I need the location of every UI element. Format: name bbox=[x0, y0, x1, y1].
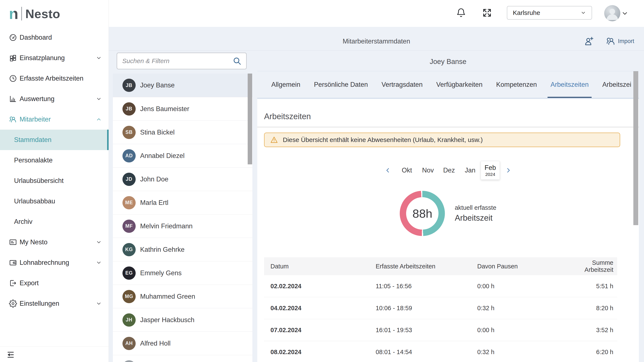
dashboard-icon bbox=[9, 34, 17, 42]
employee-list-scrollbar[interactable] bbox=[248, 74, 252, 164]
employee-list-item[interactable]: SB Stina Bickel bbox=[113, 120, 252, 144]
fullscreen-icon[interactable] bbox=[482, 8, 492, 18]
cell-summe: 5:51 h bbox=[577, 283, 617, 290]
detail-body: Arbeitszeiten Diese Übersicht enthält ke… bbox=[257, 99, 639, 362]
month-nov[interactable]: Nov bbox=[418, 160, 438, 180]
search-icon[interactable] bbox=[232, 57, 242, 65]
employee-list-item[interactable] bbox=[113, 355, 252, 362]
sidebar-subitem-urlaubsuebersicht[interactable]: Urlaubsübersicht bbox=[0, 170, 108, 191]
section-title: Arbeitszeiten bbox=[264, 112, 311, 121]
user-avatar[interactable] bbox=[604, 5, 620, 21]
employee-list-item[interactable]: AD Annabel Diezel bbox=[113, 144, 252, 167]
selected-month-label: Feb bbox=[484, 164, 496, 172]
sidebar-item-einstellungen[interactable]: Einstellungen bbox=[0, 293, 108, 314]
chevron-up-icon[interactable] bbox=[96, 116, 102, 122]
tab-allgemein[interactable]: Allgemein bbox=[271, 81, 300, 98]
cell-erfasste: 08:01 - 14:54 bbox=[369, 348, 471, 355]
employee-name: Joey Banse bbox=[140, 81, 175, 89]
sidebar-item-dashboard[interactable]: Dashboard bbox=[0, 27, 108, 48]
avatar: JB bbox=[122, 79, 136, 92]
chevron-down-icon[interactable] bbox=[96, 260, 102, 266]
chevron-down-icon[interactable] bbox=[96, 55, 102, 61]
sidebar: n Nesto Dashboard Einsatzplanung Erfasst… bbox=[0, 0, 109, 362]
cell-summe: 6:20 h bbox=[577, 348, 617, 355]
donut-chart: 88h bbox=[400, 191, 445, 236]
employee-name: Marla Ertl bbox=[140, 199, 168, 207]
sidebar-item-einsatzplanung[interactable]: Einsatzplanung bbox=[0, 48, 108, 68]
worktime-table: DatumErfasste ArbeitszeitenDavon PausenS… bbox=[264, 257, 617, 362]
column-header-erfasste-arbeitszeiten: Erfasste Arbeitszeiten bbox=[369, 263, 471, 270]
next-month-icon[interactable] bbox=[504, 160, 513, 180]
sidebar-subitem-stammdaten[interactable]: Stammdaten bbox=[0, 130, 108, 150]
month-jan[interactable]: Jan bbox=[460, 160, 481, 180]
location-select-value: Karlsruhe bbox=[513, 9, 580, 17]
tab-arbeitszeiten[interactable]: Arbeitszeiten bbox=[550, 81, 589, 98]
sidebar-subitem-urlaubsabbau[interactable]: Urlaubsabbau bbox=[0, 191, 108, 212]
employee-list-item[interactable]: MG Muhammed Green bbox=[113, 285, 252, 308]
sidebar-item-lohnabrechnung[interactable]: Lohnabrechnung bbox=[0, 252, 108, 273]
chevron-down-icon[interactable] bbox=[96, 301, 102, 307]
tab-persoenliche-daten[interactable]: Persönliche Daten bbox=[314, 81, 368, 98]
sidebar-item-export[interactable]: Export bbox=[0, 273, 108, 293]
detail-tabs: Allgemein Persönliche Daten Vertragsdate… bbox=[257, 71, 639, 98]
tab-vertragsdaten[interactable]: Vertragsdaten bbox=[382, 81, 422, 98]
employee-list-item[interactable]: KG Kathrin Gehrke bbox=[113, 238, 252, 261]
employee-name: Annabel Diezel bbox=[140, 152, 185, 160]
bell-icon[interactable] bbox=[456, 8, 466, 18]
employee-detail-title: Joey Banse bbox=[257, 58, 639, 66]
sidebar-item-my-nesto[interactable]: My Nesto bbox=[0, 232, 108, 252]
warning-text: Diese Übersicht enthält keine Abwesenhei… bbox=[283, 136, 483, 143]
employee-name: Emmely Gens bbox=[140, 269, 182, 277]
planning-icon bbox=[9, 54, 17, 62]
collapse-sidebar-icon[interactable] bbox=[6, 350, 15, 359]
tab-kompetenzen[interactable]: Kompetenzen bbox=[496, 81, 537, 98]
employee-list-item[interactable]: EG Emmely Gens bbox=[113, 261, 252, 285]
avatar: MG bbox=[122, 290, 136, 303]
chevron-down-icon[interactable] bbox=[96, 239, 102, 245]
employee-list-item[interactable]: JB Joey Banse bbox=[113, 74, 252, 97]
cell-pausen: 0:32 h bbox=[471, 305, 577, 312]
month-okt[interactable]: Okt bbox=[396, 160, 418, 180]
gear-icon bbox=[9, 299, 17, 308]
employee-list-item[interactable]: AH Alfred Holl bbox=[113, 331, 252, 355]
cell-pausen: 0:00 h bbox=[471, 327, 577, 334]
app-root: n Nesto Dashboard Einsatzplanung Erfasst… bbox=[0, 0, 644, 362]
employee-list-item[interactable]: ME Marla Ertl bbox=[113, 191, 252, 214]
sidebar-item-erfasste-arbeitszeiten[interactable]: Erfasste Arbeitszeiten bbox=[0, 68, 108, 89]
sidebar-item-auswertung[interactable]: Auswertung bbox=[0, 89, 108, 109]
tab-verfuegbarkeiten[interactable]: Verfügbarkeiten bbox=[436, 81, 482, 98]
donut-caption-small: aktuell erfasste bbox=[455, 204, 496, 211]
detail-scrollbar[interactable] bbox=[633, 71, 638, 225]
avatar: SB bbox=[122, 126, 136, 139]
employee-detail-panel: Joey Banse Allgemein Persönliche Daten V… bbox=[257, 27, 639, 362]
month-feb[interactable]: Feb2024 bbox=[481, 161, 500, 180]
cell-datum: 08.02.2024 bbox=[264, 348, 369, 355]
avatar: JB bbox=[122, 102, 136, 116]
cell-summe: 8:20 h bbox=[577, 305, 617, 312]
search-input[interactable] bbox=[122, 57, 232, 65]
location-select[interactable]: Karlsruhe bbox=[507, 6, 592, 20]
month-dez[interactable]: Dez bbox=[438, 160, 460, 180]
employee-list-item[interactable]: JB Jens Baumeister bbox=[113, 97, 252, 120]
logo-n-mark: n bbox=[9, 6, 21, 21]
employee-list-item[interactable]: JH Jasper Hackbusch bbox=[113, 308, 252, 331]
worktime-table-row: 02.02.2024 11:05 - 16:56 0:00 h 5:51 h bbox=[264, 275, 617, 297]
chevron-down-icon bbox=[580, 10, 586, 16]
employee-name: Jasper Hackbusch bbox=[140, 316, 194, 324]
idcard-icon bbox=[9, 238, 17, 246]
cell-erfasste: 11:05 - 16:56 bbox=[369, 283, 471, 290]
employee-name: John Doe bbox=[140, 175, 168, 183]
nesto-logo[interactable]: n Nesto bbox=[9, 6, 60, 22]
employee-list-item[interactable]: JD John Doe bbox=[113, 167, 252, 191]
chevron-down-icon[interactable] bbox=[96, 96, 102, 102]
logo-divider bbox=[21, 7, 22, 21]
sidebar-item-mitarbeiter[interactable]: Mitarbeiter bbox=[0, 109, 108, 130]
previous-month-icon[interactable] bbox=[383, 160, 392, 180]
sidebar-subitem-personalakte[interactable]: Personalakte bbox=[0, 150, 108, 170]
cell-erfasste: 16:01 - 19:53 bbox=[369, 327, 471, 334]
employee-list-item[interactable]: MF Melvin Friedmann bbox=[113, 214, 252, 238]
sidebar-subitem-archiv[interactable]: Archiv bbox=[0, 212, 108, 232]
cell-datum: 02.02.2024 bbox=[264, 283, 369, 290]
user-menu-chevron-icon[interactable] bbox=[621, 10, 628, 17]
tab-arbeitszei[interactable]: Arbeitszei bbox=[602, 81, 631, 98]
